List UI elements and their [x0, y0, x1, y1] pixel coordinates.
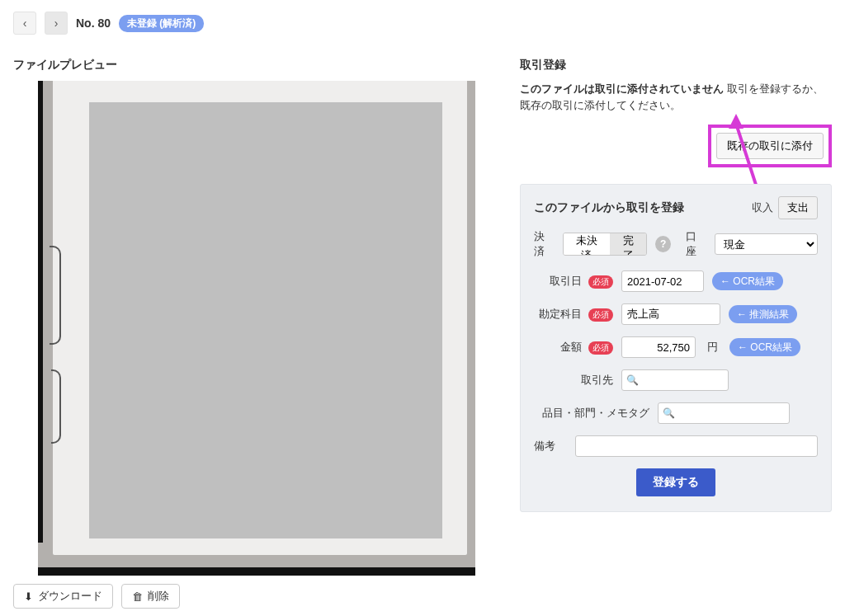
binder-clip-icon [51, 369, 61, 444]
type-income-label[interactable]: 収入 [752, 200, 773, 215]
category-guess-pill[interactable]: ← 推測結果 [729, 305, 797, 323]
document-content-placeholder [89, 102, 442, 538]
attach-notice: このファイルは取引に添付されていません 取引を登録するか、既存の取引に添付してく… [520, 81, 832, 113]
account-select[interactable]: 現金 [715, 233, 818, 255]
download-icon: ⬇ [24, 590, 33, 603]
amount-unit: 円 [707, 340, 718, 355]
delete-label: 削除 [148, 589, 169, 604]
chevron-right-icon: › [54, 16, 59, 30]
download-label: ダウンロード [38, 589, 102, 604]
required-badge: 必須 [588, 308, 613, 322]
amount-ocr-pill[interactable]: ← OCR結果 [729, 338, 800, 356]
panel-title: このファイルから取引を登録 [534, 200, 684, 215]
trash-icon: 🗑 [132, 590, 143, 603]
tags-input[interactable] [658, 402, 790, 424]
preview-title: ファイルプレビュー [13, 58, 500, 73]
required-badge: 必須 [588, 275, 613, 289]
settlement-label: 決済 [534, 229, 555, 259]
attach-existing-button[interactable]: 既存の取引に添付 [716, 133, 824, 159]
register-form-panel: このファイルから取引を登録 収入 支出 決済 未決済 完了 ? 口座 現金 [520, 184, 832, 512]
delete-button[interactable]: 🗑 削除 [121, 584, 180, 609]
prev-page-button[interactable]: ‹ [13, 12, 36, 35]
type-expense-button[interactable]: 支出 [778, 196, 818, 219]
date-label: 取引日 必須 [534, 274, 613, 289]
account-label: 口座 [686, 229, 706, 259]
next-page-button[interactable]: › [45, 12, 68, 35]
page-number: No. 80 [76, 16, 111, 30]
file-preview [38, 81, 475, 576]
date-input[interactable] [621, 270, 704, 292]
settlement-toggle: 未決済 完了 [563, 233, 647, 256]
tags-label: 品目・部門・メモタグ [534, 406, 649, 421]
amount-input[interactable] [621, 336, 696, 358]
partner-label: 取引先 [534, 373, 613, 388]
submit-button[interactable]: 登録する [636, 468, 715, 496]
status-badge: 未登録 (解析済) [119, 15, 204, 32]
amount-label: 金額 必須 [534, 340, 613, 355]
chevron-left-icon: ‹ [23, 16, 27, 30]
date-ocr-pill[interactable]: ← OCR結果 [712, 272, 783, 290]
document-sheet [53, 81, 467, 555]
search-icon: 🔍 [626, 374, 639, 386]
register-title: 取引登録 [520, 58, 832, 73]
download-button[interactable]: ⬇ ダウンロード [13, 584, 113, 609]
note-label: 備考 [534, 439, 567, 454]
binder-clip-icon [50, 246, 61, 345]
attach-notice-strong: このファイルは取引に添付されていません [520, 82, 724, 95]
search-icon: 🔍 [663, 407, 675, 419]
settlement-done-button[interactable]: 完了 [610, 233, 646, 255]
category-label: 勘定科目 必須 [534, 307, 613, 322]
category-input[interactable] [621, 303, 720, 325]
attach-highlight-box: 既存の取引に添付 [708, 125, 832, 167]
required-badge: 必須 [588, 341, 613, 355]
settlement-unsettled-button[interactable]: 未決済 [564, 233, 610, 255]
help-icon[interactable]: ? [655, 236, 671, 252]
note-input[interactable] [575, 435, 818, 457]
